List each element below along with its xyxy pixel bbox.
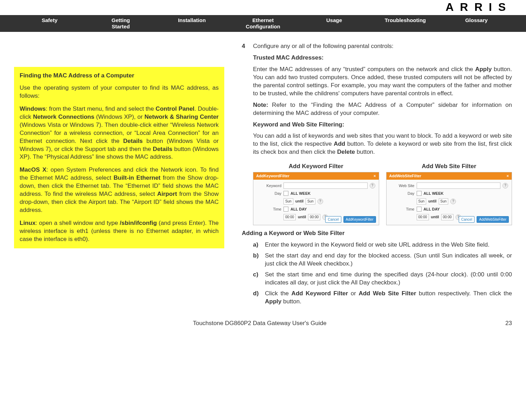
day-label: Day (257, 191, 281, 196)
cancel-button[interactable]: Cancel (325, 216, 341, 223)
day-start-select[interactable]: Sun (417, 198, 426, 205)
time-end-select[interactable]: 00:00 (308, 214, 320, 220)
dialog2-title: AddWebSiteFilter (389, 173, 421, 179)
all-week-label: ALL WEEK (424, 191, 444, 196)
sidebar-intro: Use the operating system of your compute… (20, 84, 219, 100)
time-start-select[interactable]: 00:00 (284, 214, 296, 220)
note-text: Note: Refer to the “Finding the MAC Addr… (253, 101, 512, 117)
page-footer: Touchstone DG860P2 Data Gateway User's G… (0, 316, 526, 337)
page-number: 23 (505, 320, 512, 327)
main-nav: Safety Getting Started Installation Ethe… (0, 15, 526, 32)
help-icon[interactable]: ? (503, 183, 508, 188)
all-week-checkbox[interactable] (417, 191, 422, 196)
adding-heading: Adding a Keyword or Web Site Filter (242, 229, 512, 237)
all-week-label: ALL WEEK (291, 191, 310, 196)
brand-logo: ARRIS (0, 0, 526, 15)
help-icon[interactable]: ? (450, 199, 456, 204)
step-d-label: d) (253, 290, 261, 306)
all-day-label: ALL DAY (291, 207, 307, 212)
sidebar-title: Finding the MAC Address of a Computer (20, 72, 219, 80)
nav-glossary[interactable]: Glossary (441, 17, 512, 30)
trusted-text: Enter the MAC addresses of any “trusted”… (253, 66, 512, 98)
day-end-select[interactable]: Sun (439, 198, 449, 205)
keyword-label: Keyword (257, 183, 281, 188)
step-c-label: c) (253, 271, 261, 287)
time-label: Time (257, 207, 281, 212)
step-b-text: Set the start day and end day for the bl… (265, 252, 512, 268)
day-start-select[interactable]: Sun (284, 198, 293, 205)
add-website-filter-button[interactable]: AddWebSiteFilter (477, 216, 509, 223)
time-label: Time (390, 207, 415, 212)
figure-2-caption: Add Web Site Filter (386, 163, 512, 171)
sidebar-windows: Windows: from the Start menu, find and s… (20, 105, 219, 161)
step-4-text: Configure any or all of the following pa… (253, 42, 512, 50)
website-input[interactable] (417, 183, 501, 189)
figure-1-caption: Add Keyword Filter (253, 163, 379, 171)
keyword-heading: Keyword and Web Site Filtering: (253, 121, 512, 129)
nav-troubleshooting[interactable]: Troubleshooting (370, 17, 441, 30)
help-icon[interactable]: ? (370, 183, 375, 188)
close-icon[interactable]: × (374, 173, 376, 179)
sidebar-macos: MacOS X: open System Preferences and cli… (20, 166, 219, 214)
keyword-input[interactable] (284, 183, 368, 189)
step-c-text: Set the start time and end time during t… (265, 271, 512, 287)
trusted-heading: Trusted MAC Addresses: (253, 54, 512, 62)
nav-installation[interactable]: Installation (156, 17, 227, 30)
sidebar-mac-address: Finding the MAC Address of a Computer Us… (14, 67, 224, 248)
add-keyword-dialog: AddKeywordFilter × Keyword ? Day ALL WEE… (253, 172, 379, 225)
time-start-select[interactable]: 00:00 (417, 214, 429, 220)
nav-getting-started[interactable]: Getting Started (85, 17, 156, 30)
website-label: Web Site (390, 183, 415, 188)
main-content: 4 Configure any or all of the following … (242, 42, 512, 309)
all-day-label: ALL DAY (424, 207, 440, 212)
dialog1-title: AddKeywordFilter (256, 173, 289, 179)
keyword-text: You can add a list of keywords and web s… (253, 132, 512, 156)
step-b-label: b) (253, 252, 261, 268)
add-website-dialog: AddWebSiteFilter × Web Site ? Day ALL WE… (386, 172, 512, 225)
step-d-text: Click the Add Keyword Filter or Add Web … (265, 290, 512, 306)
step-4-number: 4 (242, 42, 249, 160)
nav-safety[interactable]: Safety (14, 17, 85, 30)
all-week-checkbox[interactable] (284, 191, 288, 196)
step-a-text: Enter the keyword in the Keyword field o… (265, 241, 490, 249)
day-end-select[interactable]: Sun (306, 198, 315, 205)
all-day-checkbox[interactable] (417, 207, 422, 212)
help-icon[interactable]: ? (317, 199, 323, 204)
step-a-label: a) (253, 241, 261, 249)
nav-usage[interactable]: Usage (299, 17, 370, 30)
sidebar-linux: Linux: open a shell window and type /sbi… (20, 219, 219, 243)
cancel-button[interactable]: Cancel (459, 216, 474, 223)
add-keyword-filter-button[interactable]: AddKeywordFilter (343, 216, 376, 223)
all-day-checkbox[interactable] (284, 207, 288, 212)
day-label: Day (390, 191, 415, 196)
footer-title: Touchstone DG860P2 Data Gateway User's G… (14, 320, 505, 327)
time-end-select[interactable]: 00:00 (441, 214, 453, 220)
nav-ethernet-config[interactable]: Ethernet Configuration (227, 17, 299, 30)
close-icon[interactable]: × (507, 173, 509, 179)
